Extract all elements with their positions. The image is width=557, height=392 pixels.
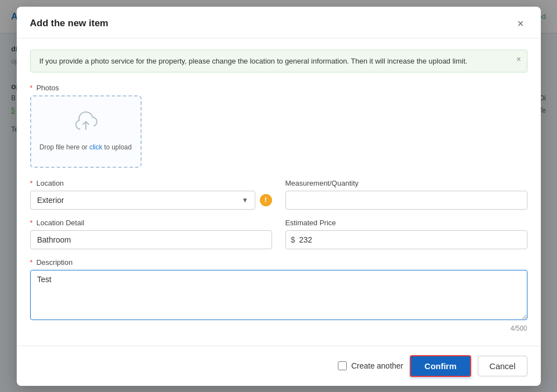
location-detail-input[interactable]	[30, 230, 272, 249]
info-banner-text: If you provide a photo service for the p…	[40, 57, 468, 65]
price-wrapper: $	[285, 230, 527, 249]
location-label: * Location	[30, 179, 272, 187]
price-input[interactable]	[285, 230, 527, 249]
modal-title: Add the new item	[30, 18, 109, 29]
add-item-modal: Add the new item × If you provide a phot…	[17, 7, 541, 386]
location-detail-label: * Location Detail	[30, 219, 272, 227]
photos-group: * Photos Drop file here or click to uplo…	[30, 84, 527, 168]
location-measurement-row: * Location Exterior Interior General ▼ !	[30, 179, 527, 210]
location-select[interactable]: Exterior Interior General	[30, 191, 255, 210]
cancel-button[interactable]: Cancel	[478, 356, 527, 376]
photo-upload-area[interactable]: Drop file here or click to upload	[30, 95, 142, 168]
modal-overlay: Add the new item × If you provide a phot…	[0, 0, 557, 392]
measurement-label: Measurement/Quantity	[285, 179, 527, 187]
banner-close-button[interactable]: ×	[516, 55, 521, 64]
create-another-text: Create another	[351, 361, 403, 370]
measurement-input[interactable]	[285, 191, 527, 210]
modal-footer: Create another Confirm Cancel	[17, 346, 541, 386]
description-textarea[interactable]: Test	[30, 270, 527, 320]
info-banner: If you provide a photo service for the p…	[30, 50, 527, 72]
confirm-button[interactable]: Confirm	[410, 355, 471, 377]
estimated-price-group: Estimated Price $	[285, 219, 527, 249]
modal-body: If you provide a photo service for the p…	[17, 38, 541, 346]
detail-price-row: * Location Detail Estimated Price $	[30, 219, 527, 249]
description-group: * Description Test 4/500	[30, 258, 527, 332]
modal-header: Add the new item ×	[17, 7, 541, 38]
create-another-label[interactable]: Create another	[338, 361, 403, 370]
description-counter: 4/500	[30, 325, 527, 332]
location-group: * Location Exterior Interior General ▼ !	[30, 179, 272, 210]
upload-cloud-icon	[72, 110, 99, 138]
price-prefix: $	[291, 235, 296, 244]
photos-label: * Photos	[30, 84, 527, 92]
location-select-wrapper: Exterior Interior General ▼ !	[30, 191, 272, 210]
modal-close-button[interactable]: ×	[514, 17, 527, 30]
location-detail-group: * Location Detail	[30, 219, 272, 249]
upload-text: Drop file here or click to upload	[40, 142, 132, 152]
photos-required-star: *	[30, 84, 33, 92]
estimated-price-label: Estimated Price	[285, 219, 527, 227]
description-label: * Description	[30, 258, 527, 267]
location-info-icon[interactable]: !	[260, 194, 272, 206]
measurement-group: Measurement/Quantity	[285, 179, 527, 210]
create-another-checkbox[interactable]	[338, 361, 347, 370]
upload-click-link[interactable]: click	[89, 143, 102, 151]
